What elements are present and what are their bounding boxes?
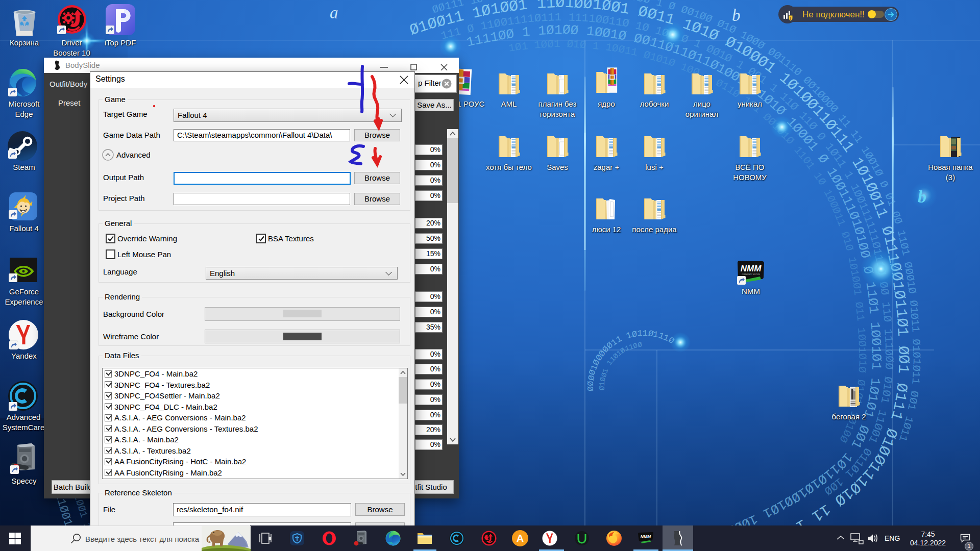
- svg-text:NMM: NMM: [641, 534, 651, 539]
